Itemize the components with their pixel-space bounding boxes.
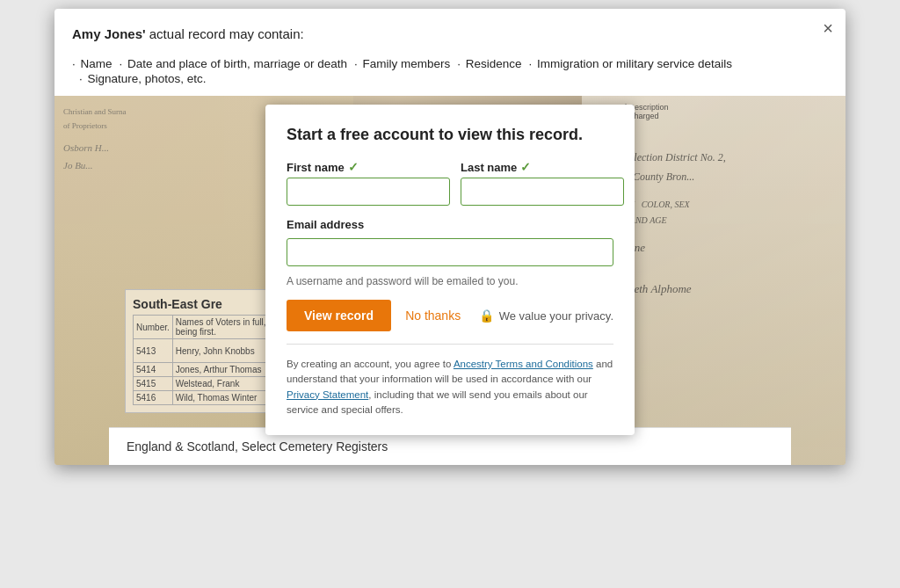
feature-signature: Signature, photos, etc. (79, 72, 207, 85)
modal-header: Amy Jones' actual record may contain: × (54, 9, 846, 54)
terms-text: By creating an account, you agree to Anc… (287, 357, 613, 417)
signup-dialog: Start a free account to view this record… (265, 105, 635, 435)
close-button[interactable]: × (823, 19, 833, 37)
privacy-statement-link[interactable]: Privacy Statement (287, 389, 368, 400)
feature-birth: Date and place of birth, marriage or dea… (120, 57, 347, 70)
feature-immigration: Immigration or military service details (529, 57, 733, 70)
email-group: Email address (287, 218, 613, 266)
ancestry-terms-link[interactable]: Ancestry Terms and Conditions (454, 359, 593, 369)
feature-family: Family members (354, 57, 450, 70)
main-modal: Amy Jones' actual record may contain: × … (54, 9, 846, 465)
cemetery-label: England & Scotland, Select Cemetery Regi… (127, 439, 388, 454)
first-name-label: First name ✓ (287, 160, 450, 174)
last-name-check-icon: ✓ (520, 160, 531, 174)
record-image-area: Christian and Surna of Proprietors Osbor… (54, 96, 846, 465)
lock-icon: 🔒 (479, 309, 494, 323)
dialog-title: Start a free account to view this record… (287, 126, 613, 144)
action-row: View record No thanks 🔒 We value your pr… (287, 300, 613, 345)
terms-prefix: By creating an account, you agree to (287, 359, 454, 369)
last-name-input[interactable] (461, 178, 624, 206)
email-label: Email address (287, 218, 613, 231)
last-name-label: Last name ✓ (461, 160, 624, 174)
modal-title: Amy Jones' actual record may contain: (72, 25, 828, 43)
no-thanks-button[interactable]: No thanks (405, 309, 461, 323)
record-features-list: Name Date and place of birth, marriage o… (54, 54, 846, 96)
email-input[interactable] (287, 238, 613, 266)
first-name-group: First name ✓ (287, 160, 450, 206)
table-header-num: Number. (134, 316, 173, 339)
feature-residence: Residence (457, 57, 521, 70)
email-hint: A username and password will be emailed … (287, 275, 613, 287)
name-fields-row: First name ✓ Last name ✓ (287, 160, 613, 206)
feature-name: Name (72, 57, 112, 70)
first-name-input[interactable] (287, 178, 450, 206)
first-name-check-icon: ✓ (348, 160, 359, 174)
view-record-button[interactable]: View record (287, 300, 391, 331)
last-name-group: Last name ✓ (461, 160, 624, 206)
privacy-note: 🔒 We value your privacy. (479, 309, 613, 323)
privacy-label: We value your privacy. (499, 309, 613, 323)
subject-name: Amy Jones' (72, 26, 146, 41)
